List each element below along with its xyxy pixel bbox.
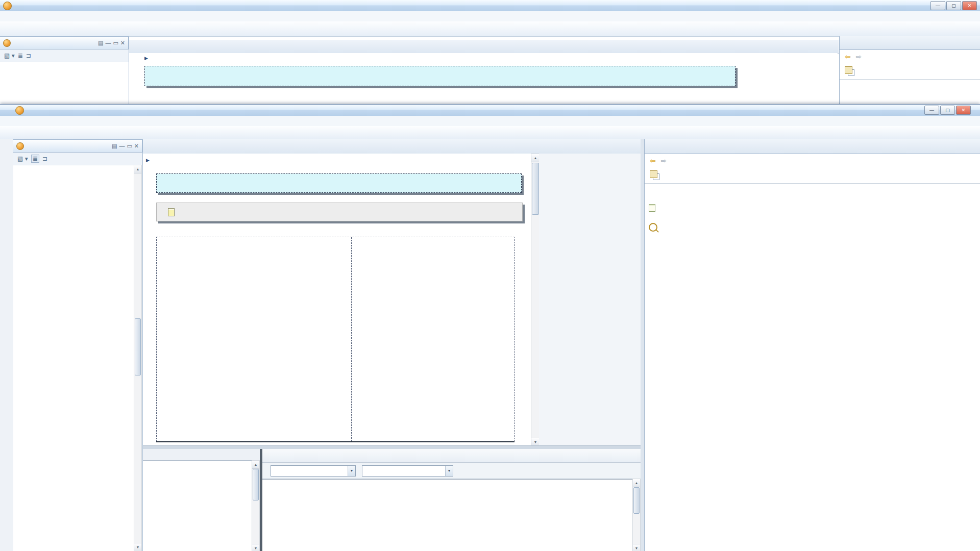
applications-icon <box>3 39 11 47</box>
scrollbar-thumb[interactable] <box>135 318 141 375</box>
minimize-view-icon[interactable]: — <box>105 40 111 46</box>
close-button[interactable]: ✕ <box>956 106 971 115</box>
help-title-row <box>645 166 980 181</box>
script-title-bar <box>262 449 641 463</box>
scroll-down-icon[interactable]: ▼ <box>252 544 259 551</box>
section-arrow-icon: ▶ <box>144 56 148 61</box>
minimize-button[interactable]: — <box>930 1 945 10</box>
bg-computed-banner[interactable] <box>144 66 736 86</box>
back-arrow-icon[interactable]: ⇦ <box>845 53 851 61</box>
fg-window-buttons: — ▢ ✕ <box>924 106 971 115</box>
scroll-up-icon[interactable]: ▲ <box>134 165 141 173</box>
help-section-heading <box>645 184 980 189</box>
see-also-label <box>645 193 980 199</box>
app-icon <box>15 106 24 115</box>
bg-titlebar[interactable]: — ▢ ✕ <box>0 0 980 12</box>
help-tab-bar <box>645 139 980 154</box>
maximize-button[interactable]: ▢ <box>940 106 955 115</box>
scroll-down-icon[interactable]: ▼ <box>134 543 141 551</box>
scroll-up-icon[interactable]: ▲ <box>531 154 540 162</box>
collapse-all-icon[interactable]: ⊐ <box>42 155 47 162</box>
panel-menu-icon[interactable]: ▤ <box>98 40 103 46</box>
maximize-button[interactable]: ▢ <box>946 1 961 10</box>
document-icon <box>168 208 175 216</box>
scrollbar-thumb[interactable] <box>253 469 259 500</box>
bg-menubar <box>0 11 980 22</box>
foreground-window: — ▢ ✕ ▤ — ▭ ✕ ▧ ▾ ≣ <box>0 104 980 551</box>
help-panel: ⇦ ⇨ <box>644 139 980 551</box>
bg-window-buttons: — ▢ ✕ <box>930 1 977 10</box>
search-icon <box>649 223 657 232</box>
bg-toolbar <box>0 21 980 37</box>
close-button[interactable]: ✕ <box>962 1 977 10</box>
sort-view-icon[interactable]: ≣ <box>18 52 23 59</box>
sort-view-icon[interactable]: ≣ <box>31 155 39 163</box>
help-body-text <box>645 189 980 193</box>
help-nav: ⇦ ⇨ <box>645 154 980 166</box>
panel-menu-icon[interactable]: ▤ <box>112 143 117 149</box>
fg-titlebar[interactable]: — ▢ ✕ <box>0 105 980 116</box>
bg-help-tab-bar <box>840 36 980 50</box>
maximize-view-icon[interactable]: ▭ <box>113 40 118 46</box>
background-window: — ▢ ✕ ▤ — ▭ ✕ ▧ ▾ ≣ ⊐ <box>0 0 980 104</box>
form-table <box>156 237 514 442</box>
screen: — ▢ ✕ ▤ — ▭ ✕ ▧ ▾ ≣ ⊐ <box>0 0 980 551</box>
objects-scrollbar[interactable]: ▲ ▼ <box>252 460 260 551</box>
forward-arrow-icon[interactable]: ⇨ <box>661 157 667 165</box>
canvas-right-area <box>539 154 641 445</box>
forward-arrow-icon[interactable]: ⇨ <box>856 53 862 61</box>
help-sash[interactable] <box>641 139 644 551</box>
fg-toolbar <box>0 126 980 140</box>
bg-panel-view-icons: ▤ — ▭ ✕ <box>98 40 125 46</box>
minimize-button[interactable]: — <box>924 106 939 115</box>
bg-admin-section[interactable]: ▶ <box>144 56 151 61</box>
scroll-up-icon[interactable]: ▲ <box>252 461 259 469</box>
app-icon <box>3 2 12 10</box>
fg-sidebar: ▤ — ▭ ✕ ▧ ▾ ≣ ⊐ ▲ ▼ <box>13 139 143 551</box>
new-application-icon[interactable]: ▧ ▾ <box>17 155 28 162</box>
bg-editor-area: ▶ <box>129 53 838 104</box>
close-view-icon[interactable]: ✕ <box>134 143 139 149</box>
objects-panel: ▲ ▼ <box>143 449 260 551</box>
code-scrollbar[interactable]: ▲ ▼ <box>632 479 641 551</box>
script-panel: ▼ ▼ ▲ ▼ <box>262 449 641 551</box>
table-column-divider <box>351 237 352 441</box>
designing-forms-link[interactable] <box>645 199 980 212</box>
scroll-down-icon[interactable]: ▼ <box>531 438 540 446</box>
chevron-down-icon: ▼ <box>348 466 355 476</box>
run-target-select[interactable]: ▼ <box>271 465 356 477</box>
minimize-view-icon[interactable]: — <box>119 143 125 149</box>
run-language-select[interactable]: ▼ <box>362 465 453 477</box>
fg-admin-section[interactable]: ▶ <box>146 158 153 163</box>
scroll-down-icon[interactable]: ▼ <box>633 544 640 551</box>
dynamic-help-search-link[interactable] <box>645 218 980 232</box>
applications-icon <box>16 142 24 150</box>
collapse-all-icon[interactable]: ⊐ <box>26 52 31 59</box>
scrollbar-thumb[interactable] <box>633 487 640 514</box>
code-editor[interactable] <box>262 479 641 551</box>
back-arrow-icon[interactable]: ⇦ <box>650 157 656 165</box>
table-bottom-edge <box>156 441 514 442</box>
bg-help-section <box>840 80 980 85</box>
scroll-up-icon[interactable]: ▲ <box>633 479 640 487</box>
bg-help-title-row <box>840 62 980 77</box>
fg-applications-header[interactable]: ▤ — ▭ ✕ <box>13 139 142 153</box>
fg-menubar <box>0 116 980 127</box>
form-title-bar[interactable] <box>156 203 523 221</box>
related-topics-icon <box>650 170 657 178</box>
more-label <box>645 212 980 218</box>
computed-value-banner[interactable] <box>156 173 522 193</box>
bg-sidebar-tree <box>0 62 129 64</box>
sidebar-scrollbar[interactable]: ▲ ▼ <box>134 165 142 551</box>
fg-panel-view-icons: ▤ — ▭ ✕ <box>112 143 139 149</box>
fg-panel-toolbar: ▧ ▾ ≣ ⊐ <box>13 153 142 165</box>
scrollbar-thumb[interactable] <box>532 163 539 215</box>
chevron-down-icon: ▼ <box>445 466 453 476</box>
close-view-icon[interactable]: ✕ <box>120 40 125 46</box>
form-canvas[interactable]: ▶ <box>143 154 531 445</box>
bg-panel-toolbar: ▧ ▾ ≣ ⊐ <box>0 49 129 62</box>
maximize-view-icon[interactable]: ▭ <box>127 143 132 149</box>
bg-applications-header[interactable]: ▤ — ▭ ✕ <box>0 36 129 49</box>
new-application-icon[interactable]: ▧ ▾ <box>4 52 15 59</box>
bg-help-panel: ⇦ ⇨ <box>839 36 980 104</box>
